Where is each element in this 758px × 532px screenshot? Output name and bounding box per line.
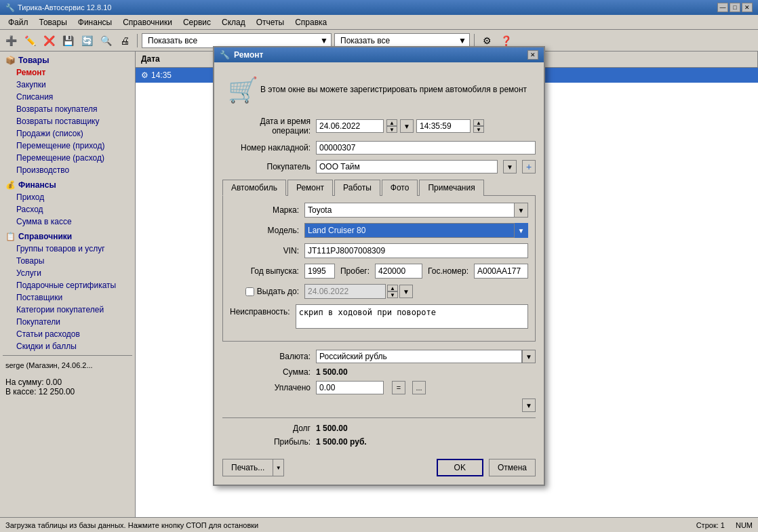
debt-row: Долг 1 500.00 — [222, 424, 536, 433]
modal-info-text: В этом окне вы можете зарегистрировать п… — [260, 85, 527, 94]
customer-label: Покупатель — [222, 162, 311, 171]
vin-input[interactable] — [304, 243, 528, 258]
expand-btn[interactable]: ▼ — [522, 398, 536, 412]
vin-label: VIN: — [230, 246, 304, 255]
profit-label: Прибыль: — [222, 437, 311, 447]
brand-dropdown-btn[interactable]: ▼ — [515, 203, 528, 218]
time-up-btn[interactable]: ▲ — [473, 119, 484, 126]
issue-date-input-group: ▲ ▼ ▼ — [304, 284, 413, 299]
model-label: Модель: — [230, 226, 304, 235]
tab-content-car: Марка: ▼ Модель: ▼ VIN: — [222, 196, 536, 342]
vin-row: VIN: — [230, 243, 528, 258]
year-input[interactable] — [304, 264, 335, 279]
time-input[interactable] — [416, 119, 471, 133]
date-down-btn[interactable]: ▼ — [386, 126, 397, 133]
invoice-row: Номер накладной: — [222, 141, 536, 155]
issue-date-calendar-btn[interactable]: ▼ — [399, 285, 413, 298]
tab-notes[interactable]: Примечания — [419, 180, 483, 196]
issue-date-checkbox-row: Выдать до: — [230, 287, 299, 296]
issue-date-checkbox[interactable] — [245, 287, 254, 296]
invoice-input[interactable] — [316, 141, 536, 155]
model-dropdown-btn[interactable]: ▼ — [515, 223, 528, 238]
divider — [222, 417, 536, 418]
tab-repair[interactable]: Ремонт — [287, 180, 333, 196]
status-right: Строк: 1 NUM — [696, 521, 753, 529]
tab-photo[interactable]: Фото — [382, 180, 418, 196]
fault-label: Неисправность: — [230, 304, 296, 316]
profit-value: 1 500.00 руб. — [316, 437, 367, 447]
tab-works[interactable]: Работы — [334, 180, 380, 196]
brand-input[interactable] — [304, 203, 515, 218]
fault-row: Неисправность: скрип в ходовой при повор… — [230, 304, 528, 329]
brand-row: Марка: ▼ — [230, 203, 528, 218]
time-down-btn[interactable]: ▼ — [473, 126, 484, 133]
datetime-row: Дата и время операции: ▲ ▼ ▼ ▲ ▼ — [222, 117, 536, 136]
issue-date-checkbox-area: Выдать до: — [230, 287, 304, 296]
issue-date-up-btn[interactable]: ▲ — [387, 285, 398, 291]
year-label: Год выпуска: — [230, 266, 304, 276]
customer-row: Покупатель ▼ + — [222, 160, 536, 173]
paid-input[interactable] — [316, 381, 384, 394]
modal-footer: Печать... ▼ OK Отмена — [214, 459, 544, 485]
tab-car[interactable]: Автомобиль — [222, 180, 286, 196]
customer-dropdown-btn[interactable]: ▼ — [503, 160, 517, 173]
modal-bottom: Валюта: ▼ Сумма: 1 500.00 Уплачено = ... — [214, 350, 544, 459]
mileage-label: Пробег: — [340, 266, 370, 276]
modal-body: 🛒 В этом окне вы можете зарегистрировать… — [214, 62, 544, 350]
modal-title: Ремонт — [234, 50, 263, 60]
customer-input[interactable] — [316, 160, 498, 173]
eq-button[interactable]: = — [392, 381, 405, 394]
inline-fields-group: Пробег: Гос.номер: — [304, 264, 528, 279]
print-button[interactable]: Печать... — [222, 459, 273, 476]
mileage-input[interactable] — [375, 264, 422, 279]
dots-button[interactable]: ... — [412, 381, 426, 394]
paid-row: Уплачено = ... — [222, 381, 536, 394]
repair-modal: 🔧 Ремонт ✕ 🛒 В этом окне вы можете зарег… — [213, 46, 545, 486]
expand-area: ▼ — [222, 398, 536, 412]
brand-select-container: ▼ — [304, 203, 528, 218]
model-select-container: ▼ — [304, 223, 528, 238]
state-num-label: Гос.номер: — [428, 266, 468, 276]
model-row: Модель: ▼ — [230, 223, 528, 238]
brand-label: Марка: — [230, 205, 304, 215]
sum-row: Сумма: 1 500.00 — [222, 367, 536, 377]
debt-label: Долг — [222, 424, 311, 433]
currency-select-group: ▼ — [316, 350, 536, 363]
state-num-input[interactable] — [474, 264, 528, 279]
sum-label: Сумма: — [222, 367, 311, 377]
tabs-container: Автомобиль Ремонт Работы Фото Примечания — [222, 179, 536, 196]
paid-label: Уплачено — [222, 383, 311, 392]
status-mode: NUM — [736, 521, 753, 529]
issue-date-spinner: ▲ ▼ — [387, 285, 398, 298]
cancel-button[interactable]: Отмена — [489, 459, 536, 476]
modal-title-bar: 🔧 Ремонт ✕ — [214, 47, 544, 62]
datetime-label: Дата и время операции: — [222, 117, 311, 136]
modal-close-button[interactable]: ✕ — [527, 50, 538, 60]
sum-value: 1 500.00 — [316, 367, 348, 377]
status-rows: Строк: 1 — [696, 521, 725, 529]
ok-button[interactable]: OK — [437, 459, 483, 476]
modal-overlay: 🔧 Ремонт ✕ 🛒 В этом окне вы можете зарег… — [0, 0, 758, 532]
action-buttons: OK Отмена — [437, 459, 536, 476]
date-up-btn[interactable]: ▲ — [386, 119, 397, 126]
currency-row: Валюта: ▼ — [222, 350, 536, 363]
print-arrow-button[interactable]: ▼ — [273, 459, 284, 476]
profit-row: Прибыль: 1 500.00 руб. — [222, 437, 536, 447]
fault-textarea[interactable]: скрип в ходовой при повороте — [296, 304, 528, 329]
issue-date-down-btn[interactable]: ▼ — [387, 291, 398, 298]
print-group: Печать... ▼ — [222, 459, 284, 476]
year-mileage-row: Год выпуска: Пробег: Гос.номер: — [230, 264, 528, 279]
modal-info-bar: 🛒 В этом окне вы можете зарегистрировать… — [222, 70, 536, 108]
modal-info-icon: 🛒 — [228, 76, 255, 103]
modal-title-icon: 🔧 — [220, 50, 230, 60]
date-input[interactable] — [316, 119, 384, 133]
date-calendar-btn[interactable]: ▼ — [400, 119, 414, 133]
issue-date-input[interactable] — [304, 284, 386, 299]
model-input[interactable] — [304, 223, 515, 238]
status-bar: Загрузка таблицы из базы данных. Нажмите… — [0, 517, 758, 532]
invoice-label: Номер накладной: — [222, 143, 311, 152]
issue-date-row: Выдать до: ▲ ▼ ▼ — [230, 284, 528, 299]
customer-add-btn[interactable]: + — [522, 160, 536, 173]
currency-dropdown-btn[interactable]: ▼ — [522, 350, 536, 363]
currency-input[interactable] — [316, 350, 522, 363]
